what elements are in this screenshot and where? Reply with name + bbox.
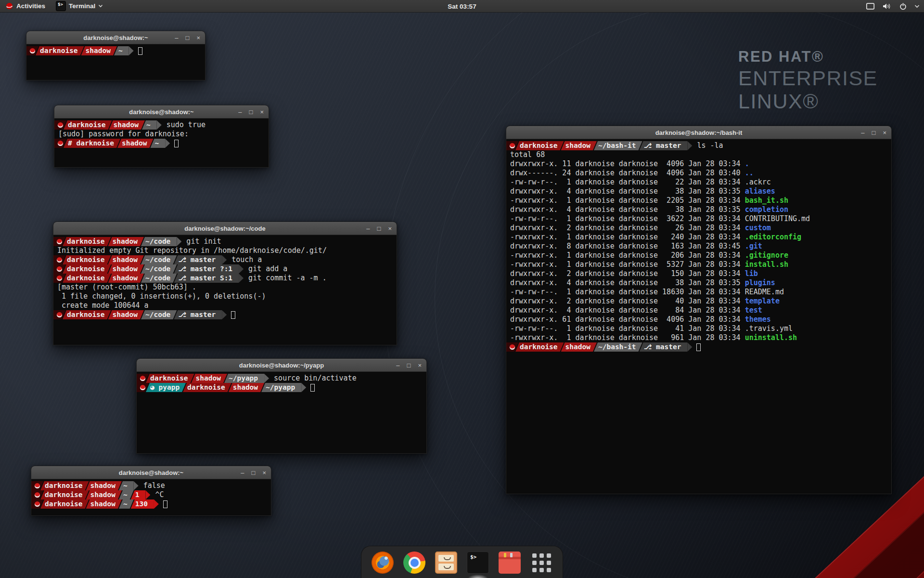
window-titlebar[interactable]: darknoise@shadow:~–□× xyxy=(31,466,271,479)
file-list-row: drwx------. 24 darknoise darknoise 4096 … xyxy=(506,169,891,178)
terminal-cursor xyxy=(163,500,167,508)
prompt-segment-user: darknoise xyxy=(63,310,111,319)
maximize-button[interactable]: □ xyxy=(872,130,876,136)
dock-item-firefox[interactable] xyxy=(371,551,394,574)
prompt-arrow-icon xyxy=(129,46,134,55)
window-titlebar[interactable]: darknoise@shadow:~/code–□× xyxy=(53,222,397,235)
maximize-button[interactable]: □ xyxy=(252,470,256,476)
redhat-prompt-icon xyxy=(30,48,35,53)
close-button[interactable]: × xyxy=(418,362,422,368)
prompt-segment-path: ~/code xyxy=(141,237,177,246)
close-button[interactable]: × xyxy=(262,470,266,476)
prompt-segment-user: darknoise xyxy=(36,46,84,55)
command-text: git init xyxy=(181,237,221,246)
minimize-button[interactable]: – xyxy=(396,362,399,368)
prompt-segment-host: shadow xyxy=(108,274,144,283)
close-button[interactable]: × xyxy=(196,35,200,41)
prompt-segment-path: ~/pyapp xyxy=(261,383,301,392)
prompt-segment-host: shadow xyxy=(561,141,597,150)
file-name: themes xyxy=(745,315,771,324)
chevron-down-icon[interactable] xyxy=(913,0,921,13)
maximize-button[interactable]: □ xyxy=(186,35,190,41)
prompt-segment-host: shadow xyxy=(108,310,144,319)
command-text: ls -la xyxy=(692,141,723,150)
terminal-cursor xyxy=(174,140,179,147)
file-name: CONTRIBUTING.md xyxy=(745,214,810,223)
display-icon[interactable] xyxy=(864,0,876,13)
file-name: template xyxy=(745,297,780,306)
output-line: 1 file changed, 0 insertions(+), 0 delet… xyxy=(53,292,397,301)
chrome-icon xyxy=(403,552,425,574)
window-titlebar[interactable]: darknoise@shadow:~/bash-it–□× xyxy=(506,126,891,139)
prompt-segment-host: shadow xyxy=(561,342,597,352)
terminal-viewport[interactable]: darknoiseshadow~/bash-it⎇ masterls -lato… xyxy=(506,139,891,494)
command-text: false xyxy=(139,481,165,490)
prompt-segment-user: darknoise xyxy=(515,141,564,150)
rhel-logo-linux: LINUX® xyxy=(738,91,878,112)
window-titlebar[interactable]: darknoise@shadow:~/pyapp–□× xyxy=(137,359,426,372)
terminal-viewport[interactable]: darknoiseshadow~/pyappsource bin/activat… xyxy=(137,372,426,453)
file-attributes: drwxrwxr-x. 2 darknoise darknoise 26 Jan… xyxy=(510,223,745,233)
activities-button[interactable]: Activities xyxy=(0,0,51,12)
file-attributes: drwxrwxr-x. 61 darknoise darknoise 4096 … xyxy=(510,315,745,324)
minimize-button[interactable]: – xyxy=(366,225,370,232)
file-attributes: -rwxrwxr-x. 1 darknoise darknoise 5327 J… xyxy=(510,260,745,269)
file-list-row: drwxrwxr-x. 2 darknoise darknoise 26 Jan… xyxy=(506,223,891,233)
prompt-arrow-icon xyxy=(687,141,692,150)
close-button[interactable]: × xyxy=(260,109,264,115)
terminal-viewport[interactable]: darknoiseshadow~ xyxy=(26,44,205,80)
file-attributes: -rw-rw-r--. 1 darknoise darknoise 41 Jan… xyxy=(510,324,745,333)
terminal-cursor xyxy=(231,311,235,319)
file-name: .gitignore xyxy=(745,251,788,260)
dock-item-apps[interactable] xyxy=(530,551,553,574)
command-text: ^C xyxy=(150,490,164,499)
minimize-button[interactable]: – xyxy=(241,470,244,476)
output-text: create mode 100644 a xyxy=(57,301,149,310)
clock[interactable]: Sat 03:57 xyxy=(443,0,481,13)
window-title: darknoise@shadow:~/bash-it xyxy=(655,129,743,136)
window-titlebar[interactable]: darknoise@shadow:~–□× xyxy=(26,31,205,44)
file-attributes: -rw-rw-r--. 1 darknoise darknoise 22 Jan… xyxy=(510,178,745,187)
file-attributes: -rw-rw-r--. 1 darknoise darknoise 18630 … xyxy=(510,288,745,297)
dock-item-terminal[interactable]: $> xyxy=(466,551,489,574)
terminal-viewport[interactable]: darknoiseshadow~falsedarknoiseshadow~1^C… xyxy=(31,479,271,515)
maximize-button[interactable]: □ xyxy=(249,109,253,115)
file-list-row: -rw-rw-r--. 1 darknoise darknoise 22 Jan… xyxy=(506,178,891,187)
rhel-logo: RED HAT® ENTERPRISE LINUX® xyxy=(738,49,878,112)
command-text: sudo true xyxy=(162,120,205,130)
dock-item-files[interactable] xyxy=(435,551,458,574)
dock-item-chrome[interactable] xyxy=(403,551,426,574)
redhat-prompt-icon xyxy=(58,122,63,128)
file-attributes: -rwxrwxr-x. 1 darknoise darknoise 961 Ja… xyxy=(510,333,745,342)
volume-icon[interactable] xyxy=(881,0,893,13)
prompt-arrow-icon xyxy=(239,274,244,283)
file-name: aliases xyxy=(745,187,775,196)
show-applications-icon xyxy=(530,552,552,574)
power-icon[interactable] xyxy=(898,0,909,13)
minimize-button[interactable]: – xyxy=(238,109,242,115)
file-list-row: drwxrwxr-x. 11 darknoise darknoise 4096 … xyxy=(506,159,891,169)
maximize-button[interactable]: □ xyxy=(377,225,381,232)
close-button[interactable]: × xyxy=(883,130,886,136)
terminal-window-home-1: darknoise@shadow:~–□×darknoiseshadow~ xyxy=(26,31,205,80)
file-list-row: -rwxrwxr-x. 1 darknoise darknoise 961 Ja… xyxy=(506,333,891,342)
minimize-button[interactable]: – xyxy=(175,35,178,41)
output-line: Initialized empty Git repository in /hom… xyxy=(53,246,397,255)
close-button[interactable]: × xyxy=(388,225,392,232)
window-titlebar[interactable]: darknoise@shadow:~–□× xyxy=(54,105,269,118)
dock-item-toolbox[interactable] xyxy=(498,551,521,574)
terminal-viewport[interactable]: darknoiseshadow~sudo true[sudo] password… xyxy=(54,118,269,167)
redhat-prompt-icon xyxy=(140,376,145,381)
maximize-button[interactable]: □ xyxy=(407,362,411,368)
app-menu-terminal[interactable]: $> Terminal xyxy=(51,0,108,12)
file-list-row: drwxrwxr-x. 2 darknoise darknoise 150 Ja… xyxy=(506,269,891,278)
redhat-prompt-icon xyxy=(510,344,515,350)
terminal-viewport[interactable]: darknoiseshadow~/codegit initInitialized… xyxy=(53,235,397,345)
terminal-cursor xyxy=(138,47,142,55)
file-name: bash_it.sh xyxy=(745,196,788,205)
minimize-button[interactable]: – xyxy=(861,130,864,136)
terminal-app-icon: $> xyxy=(56,1,66,11)
prompt-segment-venv: ◕ pyapp xyxy=(146,383,186,392)
file-list-row: drwxrwxr-x. 4 darknoise darknoise 84 Jan… xyxy=(506,306,891,315)
desktop: RED HAT® ENTERPRISE LINUX® darknoise@sha… xyxy=(0,0,924,578)
